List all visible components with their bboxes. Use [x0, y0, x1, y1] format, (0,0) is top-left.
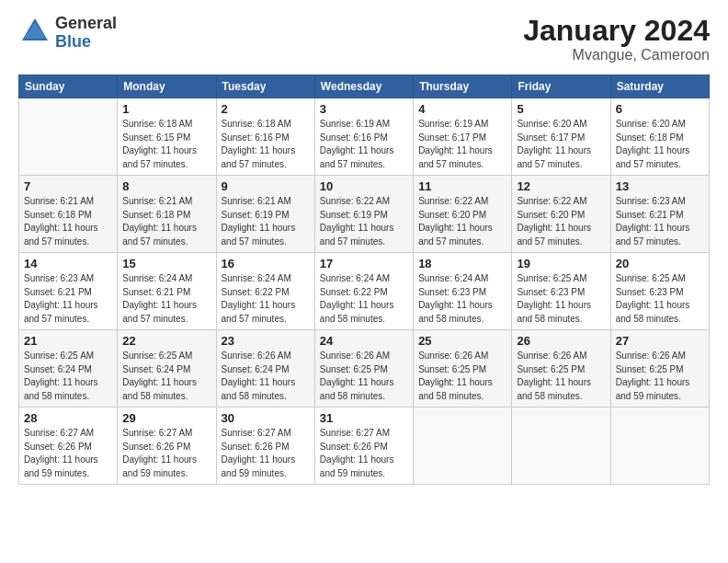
- day-number: 14: [24, 257, 112, 270]
- calendar-cell: 13Sunrise: 6:23 AMSunset: 6:21 PMDayligh…: [610, 176, 709, 253]
- day-number: 20: [616, 257, 704, 270]
- calendar-cell: 15Sunrise: 6:24 AMSunset: 6:21 PMDayligh…: [118, 253, 216, 330]
- calendar-cell: 23Sunrise: 6:26 AMSunset: 6:24 PMDayligh…: [216, 330, 314, 408]
- calendar-cell: 21Sunrise: 6:25 AMSunset: 6:24 PMDayligh…: [19, 330, 118, 408]
- logo: General Blue: [18, 15, 117, 52]
- day-number: 24: [320, 334, 408, 348]
- calendar-week-row: 1Sunrise: 6:18 AMSunset: 6:15 PMDaylight…: [19, 98, 710, 176]
- header: General Blue January 2024 Mvangue, Camer…: [18, 15, 710, 63]
- calendar-cell: 7Sunrise: 6:21 AMSunset: 6:18 PMDaylight…: [19, 176, 118, 253]
- calendar-cell: 20Sunrise: 6:25 AMSunset: 6:23 PMDayligh…: [610, 253, 709, 330]
- calendar-cell: 28Sunrise: 6:27 AMSunset: 6:26 PMDayligh…: [19, 408, 118, 485]
- calendar-week-row: 21Sunrise: 6:25 AMSunset: 6:24 PMDayligh…: [19, 330, 710, 408]
- day-info: Sunrise: 6:20 AMSunset: 6:17 PMDaylight:…: [517, 118, 605, 171]
- day-number: 30: [222, 411, 310, 425]
- day-info: Sunrise: 6:25 AMSunset: 6:23 PMDaylight:…: [517, 272, 605, 326]
- day-info: Sunrise: 6:24 AMSunset: 6:22 PMDaylight:…: [320, 272, 408, 326]
- calendar-cell: 5Sunrise: 6:20 AMSunset: 6:17 PMDaylight…: [512, 98, 610, 176]
- day-info: Sunrise: 6:26 AMSunset: 6:25 PMDaylight:…: [418, 350, 506, 403]
- day-number: 25: [418, 334, 506, 348]
- calendar-cell: 11Sunrise: 6:22 AMSunset: 6:20 PMDayligh…: [414, 176, 512, 253]
- day-number: 9: [222, 179, 310, 193]
- day-info: Sunrise: 6:24 AMSunset: 6:23 PMDaylight:…: [418, 272, 506, 326]
- day-info: Sunrise: 6:27 AMSunset: 6:26 PMDaylight:…: [24, 427, 112, 480]
- day-number: 17: [320, 257, 408, 270]
- day-number: 19: [517, 257, 605, 270]
- weekday-header-tuesday: Tuesday: [216, 75, 314, 98]
- calendar-cell: 3Sunrise: 6:19 AMSunset: 6:16 PMDaylight…: [314, 98, 413, 176]
- day-number: 10: [320, 179, 408, 193]
- logo-icon: [18, 15, 51, 48]
- calendar-cell: 19Sunrise: 6:25 AMSunset: 6:23 PMDayligh…: [512, 253, 610, 330]
- calendar-cell: 27Sunrise: 6:26 AMSunset: 6:25 PMDayligh…: [610, 330, 709, 408]
- weekday-header-row: SundayMondayTuesdayWednesdayThursdayFrid…: [19, 75, 710, 98]
- day-info: Sunrise: 6:22 AMSunset: 6:19 PMDaylight:…: [320, 195, 408, 248]
- day-info: Sunrise: 6:25 AMSunset: 6:23 PMDaylight:…: [616, 272, 704, 326]
- weekday-header-sunday: Sunday: [19, 75, 118, 98]
- logo-blue: Blue: [55, 33, 117, 52]
- day-info: Sunrise: 6:21 AMSunset: 6:19 PMDaylight:…: [222, 195, 310, 248]
- calendar-cell: 8Sunrise: 6:21 AMSunset: 6:18 PMDaylight…: [118, 176, 216, 253]
- day-info: Sunrise: 6:21 AMSunset: 6:18 PMDaylight:…: [122, 195, 210, 248]
- weekday-header-wednesday: Wednesday: [314, 75, 413, 98]
- day-number: 27: [616, 334, 704, 348]
- day-number: 31: [320, 411, 408, 425]
- calendar-cell: 16Sunrise: 6:24 AMSunset: 6:22 PMDayligh…: [216, 253, 314, 330]
- day-number: 7: [24, 179, 112, 193]
- calendar-cell: 9Sunrise: 6:21 AMSunset: 6:19 PMDaylight…: [216, 176, 314, 253]
- day-info: Sunrise: 6:18 AMSunset: 6:15 PMDaylight:…: [122, 118, 210, 171]
- calendar-cell: 24Sunrise: 6:26 AMSunset: 6:25 PMDayligh…: [314, 330, 413, 408]
- day-number: 8: [122, 179, 210, 193]
- calendar-cell: 25Sunrise: 6:26 AMSunset: 6:25 PMDayligh…: [414, 330, 512, 408]
- calendar-cell: [414, 408, 512, 485]
- calendar-cell: 14Sunrise: 6:23 AMSunset: 6:21 PMDayligh…: [19, 253, 118, 330]
- calendar-cell: 22Sunrise: 6:25 AMSunset: 6:24 PMDayligh…: [118, 330, 216, 408]
- calendar-table: SundayMondayTuesdayWednesdayThursdayFrid…: [18, 75, 710, 485]
- day-info: Sunrise: 6:26 AMSunset: 6:25 PMDaylight:…: [517, 350, 605, 403]
- day-info: Sunrise: 6:22 AMSunset: 6:20 PMDaylight:…: [418, 195, 506, 248]
- calendar-cell: [512, 408, 610, 485]
- weekday-header-monday: Monday: [118, 75, 216, 98]
- day-info: Sunrise: 6:27 AMSunset: 6:26 PMDaylight:…: [122, 427, 210, 480]
- day-info: Sunrise: 6:18 AMSunset: 6:16 PMDaylight:…: [222, 118, 310, 171]
- calendar-week-row: 7Sunrise: 6:21 AMSunset: 6:18 PMDaylight…: [19, 176, 710, 253]
- day-number: 28: [24, 411, 112, 425]
- logo-general: General: [55, 15, 117, 33]
- day-info: Sunrise: 6:21 AMSunset: 6:18 PMDaylight:…: [24, 195, 112, 248]
- day-number: 5: [517, 102, 605, 116]
- weekday-header-saturday: Saturday: [610, 75, 709, 98]
- day-info: Sunrise: 6:19 AMSunset: 6:16 PMDaylight:…: [320, 118, 408, 171]
- day-info: Sunrise: 6:24 AMSunset: 6:22 PMDaylight:…: [222, 272, 310, 326]
- day-number: 3: [320, 102, 408, 116]
- calendar-cell: 31Sunrise: 6:27 AMSunset: 6:26 PMDayligh…: [314, 408, 413, 485]
- page-container: General Blue January 2024 Mvangue, Camer…: [0, 0, 728, 494]
- day-number: 15: [122, 257, 210, 270]
- svg-marker-1: [24, 22, 46, 39]
- day-number: 12: [517, 179, 605, 193]
- day-info: Sunrise: 6:26 AMSunset: 6:24 PMDaylight:…: [222, 350, 310, 403]
- calendar-cell: 26Sunrise: 6:26 AMSunset: 6:25 PMDayligh…: [512, 330, 610, 408]
- day-number: 1: [122, 102, 210, 116]
- day-info: Sunrise: 6:26 AMSunset: 6:25 PMDaylight:…: [320, 350, 408, 403]
- title-block: January 2024 Mvangue, Cameroon: [523, 15, 710, 63]
- calendar-cell: 12Sunrise: 6:22 AMSunset: 6:20 PMDayligh…: [512, 176, 610, 253]
- day-number: 18: [418, 257, 506, 270]
- day-number: 23: [222, 334, 310, 348]
- day-info: Sunrise: 6:25 AMSunset: 6:24 PMDaylight:…: [122, 350, 210, 403]
- day-number: 22: [122, 334, 210, 348]
- day-number: 26: [517, 334, 605, 348]
- day-info: Sunrise: 6:23 AMSunset: 6:21 PMDaylight:…: [24, 272, 112, 326]
- day-number: 11: [418, 179, 506, 193]
- calendar-cell: 10Sunrise: 6:22 AMSunset: 6:19 PMDayligh…: [314, 176, 413, 253]
- calendar-cell: 30Sunrise: 6:27 AMSunset: 6:26 PMDayligh…: [216, 408, 314, 485]
- weekday-header-friday: Friday: [512, 75, 610, 98]
- day-info: Sunrise: 6:24 AMSunset: 6:21 PMDaylight:…: [122, 272, 210, 326]
- weekday-header-thursday: Thursday: [414, 75, 512, 98]
- day-info: Sunrise: 6:22 AMSunset: 6:20 PMDaylight:…: [517, 195, 605, 248]
- calendar-cell: [19, 98, 118, 176]
- day-info: Sunrise: 6:27 AMSunset: 6:26 PMDaylight:…: [222, 427, 310, 480]
- calendar-cell: [610, 408, 709, 485]
- day-info: Sunrise: 6:20 AMSunset: 6:18 PMDaylight:…: [616, 118, 704, 171]
- day-number: 4: [418, 102, 506, 116]
- day-info: Sunrise: 6:19 AMSunset: 6:17 PMDaylight:…: [418, 118, 506, 171]
